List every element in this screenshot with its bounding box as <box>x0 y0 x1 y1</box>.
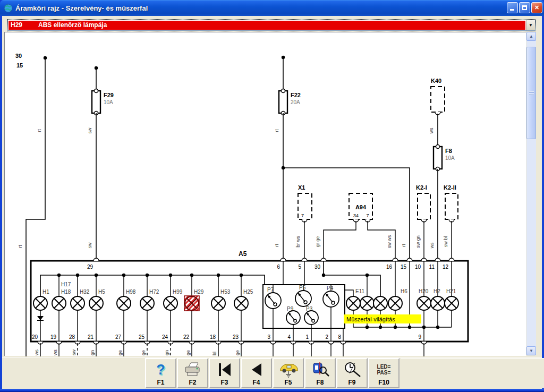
svg-text:22: 22 <box>183 334 190 340</box>
bottom-stubs: ws ws sw gn ge ge gn ge bl ge <box>34 343 424 356</box>
highlight-note: Mûszerfal-világítás <box>344 314 421 323</box>
lamps[interactable]: H1 H17 H18 H32 H5 H98 H72 H99 H29 H53 H2… <box>33 282 458 311</box>
svg-text:30: 30 <box>15 53 22 59</box>
help-icon: ? <box>156 362 165 378</box>
lamp-h98[interactable] <box>117 296 131 310</box>
lamp-h21[interactable] <box>445 296 458 310</box>
svg-text:H99: H99 <box>173 289 183 295</box>
lamp-h25[interactable] <box>234 296 248 310</box>
lamp-h1[interactable] <box>33 296 47 310</box>
f4-previous-button[interactable]: F4 <box>241 358 272 388</box>
lamp-h29-highlighted[interactable] <box>184 296 199 311</box>
lamp-h20[interactable] <box>417 296 431 310</box>
maximize-icon <box>522 5 527 10</box>
gauge-p9[interactable] <box>286 311 300 325</box>
relay-k40[interactable]: K40 <box>431 78 445 147</box>
svg-text:H20: H20 <box>419 288 429 294</box>
svg-text:gn: gn <box>90 350 95 355</box>
close-button[interactable]: ✕ <box>531 2 542 13</box>
svg-text:sw ws: sw ws <box>387 235 392 248</box>
svg-text:A5: A5 <box>239 250 247 258</box>
fuse-f22[interactable]: F22 20A <box>279 89 410 261</box>
gauge-p5[interactable] <box>295 291 311 306</box>
svg-text:34: 34 <box>353 213 359 218</box>
svg-text:H18: H18 <box>61 289 71 295</box>
svg-text:ws: ws <box>429 127 434 134</box>
component-selector[interactable]: H29 ABS ellenörzö lámpája ▼ <box>7 20 536 31</box>
diagram-canvas[interactable]: 30 15 F29 10A <box>4 32 526 356</box>
svg-text:X1: X1 <box>298 184 305 191</box>
f8-component-search-button[interactable]: F8 <box>304 358 336 388</box>
lamp-h2[interactable] <box>431 296 445 310</box>
lamp-h17-h18[interactable] <box>52 296 66 310</box>
connector-a94[interactable]: A94 34 7 <box>324 193 395 261</box>
lamp-h5[interactable] <box>89 296 103 310</box>
lamp-unlabeled-2[interactable] <box>373 296 387 310</box>
f2-print-button[interactable]: F2 <box>177 358 208 388</box>
svg-text:ws: ws <box>429 242 435 249</box>
svg-text:rt: rt <box>401 244 406 247</box>
svg-text:21: 21 <box>88 334 94 340</box>
lamp-h32[interactable] <box>71 296 84 310</box>
svg-text:ws: ws <box>34 350 39 356</box>
first-page-icon <box>217 362 233 377</box>
led-pas-icon: LED= PAS= <box>377 364 391 376</box>
svg-text:K2-II: K2-II <box>444 184 456 191</box>
fuse-f29[interactable]: F29 10A <box>92 89 114 261</box>
component-label: ABS ellenörzö lámpája <box>38 21 107 29</box>
f1-help-button[interactable]: ? F1 <box>145 358 176 388</box>
f5-car-button[interactable]: F5 <box>273 358 304 388</box>
svg-text:E11: E11 <box>355 288 364 294</box>
connector-k2-i[interactable]: K2-I <box>416 184 430 261</box>
scrollbar-thumb[interactable] <box>526 47 536 139</box>
svg-text:K2-I: K2-I <box>416 184 427 191</box>
svg-text:19: 19 <box>50 334 57 340</box>
svg-text:H1: H1 <box>42 289 49 295</box>
titlebar[interactable]: Áramköri rajz - Szerelvény- és mûszerfal… <box>0 0 544 16</box>
lamp-h72[interactable] <box>140 296 154 310</box>
lamp-e11[interactable] <box>346 296 360 310</box>
minimize-button[interactable] <box>507 2 518 13</box>
window-bottom-border <box>0 389 544 392</box>
svg-text:H21: H21 <box>446 288 456 294</box>
lamp-h99[interactable] <box>164 296 177 310</box>
selected-component[interactable]: H29 ABS ellenörzö lámpája <box>8 21 525 30</box>
svg-text:29: 29 <box>87 264 94 270</box>
svg-text:Mûszerfal-világítás: Mûszerfal-világítás <box>346 316 395 322</box>
function-toolbar: ? F1 F2 <box>2 357 542 389</box>
svg-text:H98: H98 <box>126 289 136 295</box>
svg-text:10: 10 <box>415 264 421 270</box>
connector-k2-ii[interactable]: K2-II <box>444 184 458 261</box>
svg-text:7: 7 <box>301 213 304 218</box>
svg-text:P7: P7 <box>267 287 274 293</box>
scroll-down-button[interactable]: ▼ <box>526 346 536 355</box>
svg-text:F8: F8 <box>445 148 452 154</box>
app-window: Áramköri rajz - Szerelvény- és mûszerfal… <box>0 0 544 392</box>
svg-text:ge: ge <box>185 350 191 355</box>
lamp-h53[interactable] <box>211 296 225 310</box>
vertical-scrollbar[interactable]: ▲ ▼ <box>526 32 536 355</box>
svg-text:ge: ge <box>235 350 240 355</box>
svg-text:11: 11 <box>429 264 435 270</box>
gauge-cluster[interactable]: P7 P5 P4 P9 P3 <box>263 285 345 342</box>
svg-text:H6: H6 <box>401 288 407 294</box>
svg-text:H29: H29 <box>194 289 204 295</box>
lamp-unlabeled-1[interactable] <box>360 296 374 310</box>
svg-text:2: 2 <box>325 334 328 340</box>
svg-text:gn: gn <box>164 350 169 355</box>
svg-text:20A: 20A <box>291 99 300 105</box>
svg-text:H32: H32 <box>80 289 90 295</box>
f3-first-button[interactable]: F3 <box>209 358 240 388</box>
circuit-diagram[interactable]: 30 15 F29 10A <box>5 32 526 356</box>
maximize-button[interactable] <box>519 2 530 13</box>
gauge-p4[interactable] <box>323 291 339 307</box>
toolbar-spacer <box>401 358 544 388</box>
f9-locate-button[interactable]: F9 <box>336 358 368 388</box>
gauge-p3[interactable] <box>304 311 318 325</box>
gauge-p7[interactable] <box>265 293 281 309</box>
connector-x1[interactable]: X1 7 <box>298 184 312 261</box>
scroll-up-button[interactable]: ▲ <box>526 32 536 41</box>
f10-led-pas-button[interactable]: LED= PAS= F10 <box>368 358 400 388</box>
dropdown-button[interactable]: ▼ <box>526 20 535 30</box>
lamp-h6[interactable] <box>388 296 402 310</box>
